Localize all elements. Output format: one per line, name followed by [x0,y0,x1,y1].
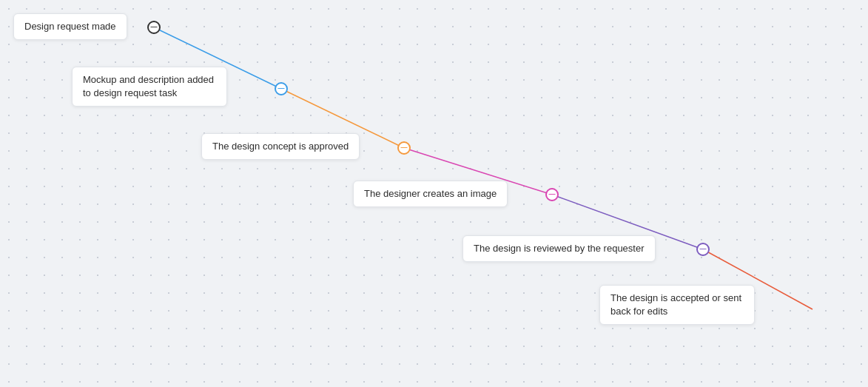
node-label: The design is reviewed by the requester [474,243,645,254]
node-box[interactable]: The design is accepted or sent back for … [599,285,755,325]
node-label: The design is accepted or sent back for … [610,292,741,317]
node-label: The design concept is approved [212,141,349,152]
connector-dot [275,82,288,95]
connector-dot [147,21,161,34]
diagram-canvas: Design request madeMockup and descriptio… [0,0,868,387]
connector-dot [545,188,559,201]
node-box[interactable]: The design concept is approved [201,133,360,160]
node-label: Design request made [24,21,116,32]
node-box[interactable]: Mockup and description added to design r… [72,67,227,107]
connector-dot [696,243,710,256]
node-box[interactable]: The designer creates an image [353,181,508,207]
node-label: The designer creates an image [364,188,497,199]
node-box[interactable]: The design is reviewed by the requester [462,235,656,262]
connector-dot [397,141,411,155]
node-label: Mockup and description added to design r… [83,74,214,98]
node-box[interactable]: Design request made [13,13,127,40]
